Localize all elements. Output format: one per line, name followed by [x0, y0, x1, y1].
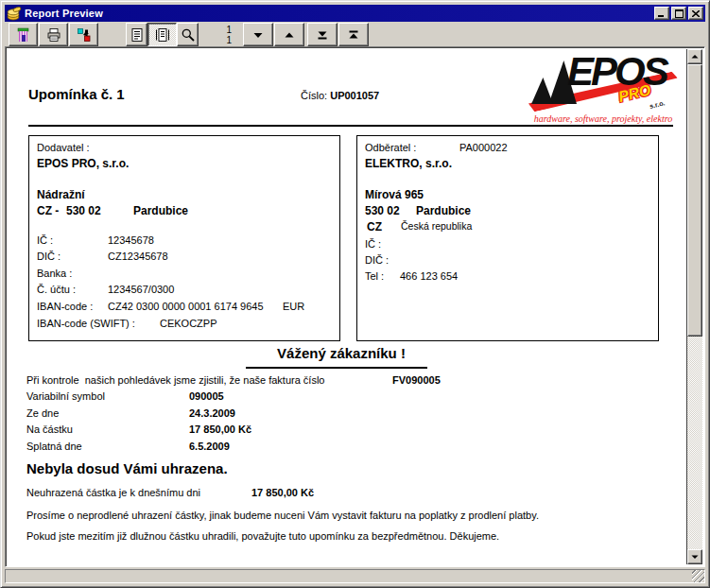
- last-page-button[interactable]: [307, 23, 338, 46]
- export-icon: [77, 27, 92, 43]
- page-width-icon: [155, 27, 170, 43]
- page-icon: [130, 27, 145, 43]
- printer-icon: [46, 27, 61, 43]
- export-button[interactable]: [69, 23, 98, 46]
- epos-logo: EPOS PRO s.r.o. hardware, software, proj…: [526, 57, 681, 125]
- logo-brand-text: EPOS: [567, 49, 667, 95]
- invoice-number: FV090005: [392, 374, 441, 386]
- first-page-button[interactable]: [338, 23, 369, 46]
- print-button[interactable]: [39, 23, 68, 46]
- door-icon: [16, 27, 31, 43]
- customer-name: ELEKTRO, s.r.o.: [365, 157, 452, 170]
- resize-grip[interactable]: [692, 570, 704, 582]
- previous-page-button[interactable]: [274, 23, 304, 46]
- scrollbar-thumb[interactable]: [687, 64, 702, 337]
- page-width-view-button[interactable]: [147, 23, 177, 46]
- document-number: Číslo: UP001057: [301, 90, 379, 101]
- outstanding-value: 17 850,00 Kč: [251, 487, 314, 498]
- current-page-number: 1: [226, 25, 232, 35]
- warning-text: Nebyla dosud Vámi uhrazena.: [26, 460, 228, 476]
- minimize-button[interactable]: [654, 7, 669, 20]
- number-value: UP001057: [330, 90, 379, 101]
- status-bar: [5, 569, 705, 583]
- window-title: Report Preview: [25, 8, 654, 19]
- supplier-street: Nádražní: [37, 188, 85, 201]
- supplier-label: Dodavatel :: [37, 142, 90, 153]
- report-page: Upomínka č. 1 Číslo: UP001057 EPOS PRO s…: [8, 49, 690, 567]
- arrow-down-icon: [251, 27, 266, 43]
- titlebar[interactable]: Report Preview: [5, 5, 705, 22]
- note-line-2: Pokud jste mezitím již dlužnou částku uh…: [26, 530, 499, 542]
- close-button[interactable]: [688, 7, 703, 20]
- customer-code: PA000022: [459, 142, 508, 153]
- preview-pane: Upomínka č. 1 Číslo: UP001057 EPOS PRO s…: [5, 46, 705, 567]
- logo-triangle-small-icon: [527, 78, 553, 104]
- close-preview-button[interactable]: [9, 23, 38, 46]
- logo-tagline: hardware, software, projekty, elektro: [526, 113, 681, 124]
- supplier-box: Dodavatel : EPOS PRO, s.r.o. Nádražní CZ…: [28, 135, 340, 341]
- scroll-up-button[interactable]: [687, 49, 702, 64]
- coins-app-icon: [7, 6, 22, 21]
- customer-box: Odběratel : PA000022 ELEKTRO, s.r.o. Mír…: [356, 135, 659, 341]
- total-page-number: 1: [226, 35, 232, 45]
- customer-street: Mírová 965: [365, 188, 424, 201]
- intro-text: Při kontrole našich pohledávek jsme zjis…: [26, 374, 324, 386]
- maximize-button[interactable]: [671, 7, 686, 20]
- logo-suffix-text: s.r.o.: [649, 99, 666, 110]
- customer-label: Odběratel :: [365, 142, 416, 153]
- salutation-underline: [246, 367, 427, 369]
- document-title: Upomínka č. 1: [28, 86, 125, 102]
- next-page-button[interactable]: [243, 23, 273, 46]
- arrow-up-icon: [282, 27, 297, 43]
- salutation: Vážený zákazníku !: [8, 345, 675, 361]
- header-rule: [28, 125, 673, 127]
- supplier-name: EPOS PRO, s.r.o.: [37, 157, 129, 170]
- number-label: Číslo:: [301, 90, 327, 101]
- arrow-down-to-line-icon: [315, 27, 330, 43]
- toolbar: 1 1: [5, 22, 705, 46]
- magnifier-icon: [181, 27, 196, 43]
- scroll-down-button[interactable]: [687, 549, 702, 564]
- zoom-button[interactable]: [177, 23, 199, 46]
- whole-page-view-button[interactable]: [126, 23, 147, 46]
- note-line-1: Prosíme o neprodlené uhrazení částky, ji…: [26, 510, 539, 521]
- vertical-scrollbar[interactable]: [686, 49, 702, 564]
- report-preview-window: Report Preview: [0, 0, 710, 588]
- arrow-up-to-line-icon: [346, 27, 361, 43]
- outstanding-label: Neuhrazená částka je k dnešnímu dni: [26, 487, 200, 498]
- page-indicator: 1 1: [199, 23, 237, 46]
